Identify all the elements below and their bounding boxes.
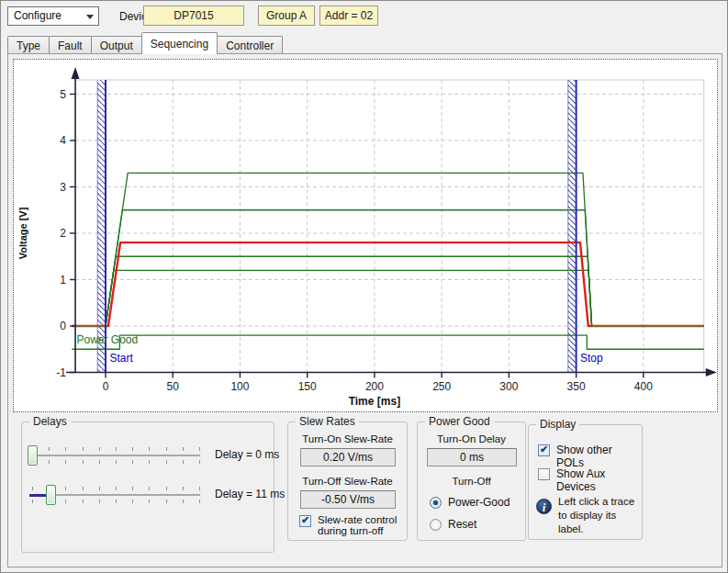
voltage-time-chart[interactable]: -1012345050100150200250300350400Time [ms… (14, 60, 717, 411)
tab-type[interactable]: Type (7, 36, 50, 54)
chevron-down-icon (86, 15, 94, 19)
delay-0-label: Delay = 0 ms (215, 448, 279, 461)
tab-strip: TypeFaultOutputSequencingController (7, 32, 282, 54)
reset-radio[interactable]: Reset (430, 518, 521, 533)
configure-dropdown-label: Configure (14, 9, 62, 22)
slew-rates-title: Slew Rates (296, 415, 359, 428)
turn-on-delay-slider[interactable] (26, 440, 207, 471)
sequencing-tab-page: -1012345050100150200250300350400Time [ms… (7, 53, 722, 567)
radio-icon (430, 519, 442, 531)
tab-fault[interactable]: Fault (49, 36, 92, 54)
slider-ticks (32, 460, 200, 464)
svg-text:2: 2 (60, 227, 66, 240)
turn-off-label: Turn-Off (418, 476, 525, 487)
svg-text:0: 0 (103, 380, 109, 393)
svg-text:150: 150 (298, 380, 317, 393)
slider-ticks (32, 487, 200, 490)
slider-ticks (32, 447, 200, 451)
svg-text:Power Good: Power Good (77, 333, 139, 346)
addr-value-field: Addr = 02 (319, 6, 378, 26)
configure-dropdown[interactable]: Configure (7, 6, 99, 26)
svg-text:250: 250 (432, 380, 451, 393)
group-value-field: Group A (258, 6, 315, 26)
tab-sequencing[interactable]: Sequencing (141, 32, 218, 54)
show-other-pols-label: Show other POLs (556, 444, 639, 469)
info-icon (536, 499, 552, 514)
svg-text:Time [ms]: Time [ms] (349, 395, 400, 408)
radio-icon (430, 497, 442, 509)
svg-text:100: 100 (230, 380, 249, 393)
svg-text:3: 3 (60, 181, 66, 194)
svg-text:400: 400 (634, 380, 653, 393)
slider-thumb[interactable] (28, 445, 38, 466)
power-good-radio[interactable]: Power-Good (430, 496, 521, 511)
turn-off-slew-label: Turn-Off Slew-Rate (288, 476, 407, 487)
sequencing-chart-panel[interactable]: -1012345050100150200250300350400Time [ms… (13, 59, 718, 412)
display-title: Display (536, 418, 579, 431)
show-aux-devices-checkbox[interactable]: Show Aux Devices (538, 467, 639, 482)
slider-track (29, 455, 200, 456)
slider-selection-range (29, 494, 46, 497)
power-good-radio-label: Power-Good (448, 496, 510, 509)
checkbox-icon (538, 468, 550, 480)
tab-controller[interactable]: Controller (217, 36, 283, 54)
svg-text:1: 1 (60, 274, 66, 286)
svg-text:350: 350 (567, 380, 586, 393)
power-good-title: Power Good (425, 415, 494, 428)
slew-rate-control-checkbox[interactable]: Slew-rate control during turn-off (299, 514, 400, 540)
slew-rates-groupbox: Slew Rates Turn-On Slew-Rate 0.20 V/ms T… (287, 421, 408, 541)
turn-on-slew-value: 0.20 V/ms (300, 448, 396, 466)
slider-thumb[interactable] (46, 485, 56, 505)
svg-text:50: 50 (167, 380, 180, 393)
svg-text:4: 4 (60, 134, 66, 147)
turn-on-slew-label: Turn-On Slew-Rate (288, 433, 407, 444)
delay-1-label: Delay = 11 ms (215, 488, 285, 500)
checkbox-icon (299, 515, 311, 527)
svg-text:Voltage [V]: Voltage [V] (17, 207, 28, 259)
slider-ticks (32, 500, 200, 503)
turn-off-delay-slider[interactable] (26, 479, 207, 511)
turn-on-delay-value: 0 ms (427, 448, 517, 466)
info-text: Left click a trace to display its label. (558, 495, 639, 536)
svg-text:0: 0 (60, 320, 66, 332)
svg-text:200: 200 (365, 380, 384, 393)
show-other-pols-checkbox[interactable]: Show other POLs (538, 444, 639, 458)
display-groupbox: Display Show other POLs Show Aux Devices… (528, 424, 643, 540)
svg-text:Start: Start (109, 352, 133, 365)
delays-groupbox: Delays Delay = 0 ms Delay = (21, 421, 274, 553)
svg-text:5: 5 (60, 88, 66, 101)
reset-radio-label: Reset (448, 518, 476, 531)
slew-rate-control-label: Slew-rate control during turn-off (318, 514, 402, 536)
device-value-field: DP7015 (143, 6, 244, 26)
tab-output[interactable]: Output (91, 36, 142, 54)
power-good-groupbox: Power Good Turn-On Delay 0 ms Turn-Off P… (417, 421, 526, 541)
svg-text:-1: -1 (56, 366, 66, 379)
show-aux-devices-label: Show Aux Devices (556, 467, 639, 493)
delays-title: Delays (29, 415, 71, 428)
turn-off-slew-value: -0.50 V/ms (300, 490, 396, 509)
turn-on-delay-label: Turn-On Delay (418, 433, 525, 444)
svg-text:300: 300 (499, 380, 518, 393)
checkbox-icon (538, 444, 550, 456)
app-window: Configure Device DP7015 Group A Addr = 0… (0, 0, 728, 573)
svg-text:Stop: Stop (580, 352, 603, 365)
